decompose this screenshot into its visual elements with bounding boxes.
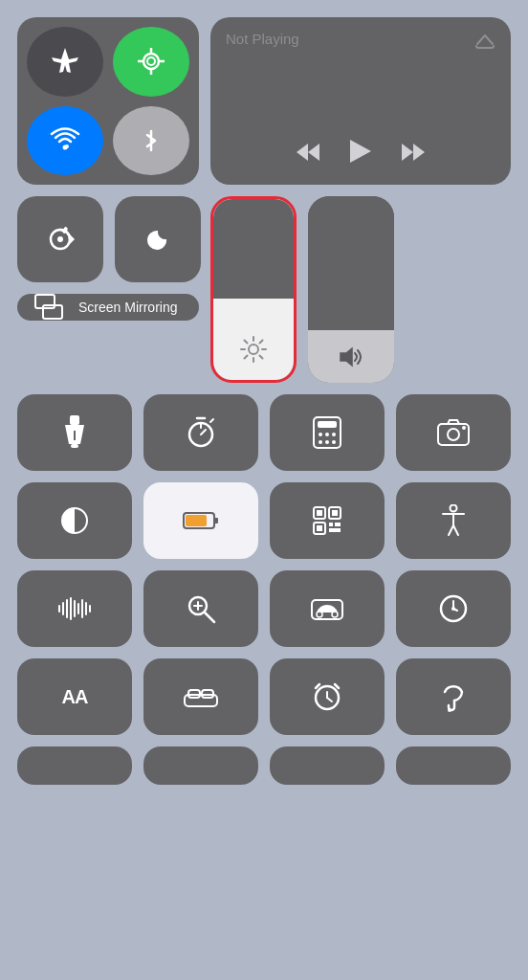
svg-rect-72	[81, 599, 83, 618]
svg-line-65	[453, 525, 458, 535]
svg-marker-13	[70, 234, 75, 244]
svg-line-25	[260, 341, 263, 344]
tile-partial-2	[143, 746, 258, 785]
svg-rect-50	[214, 518, 218, 523]
svg-rect-60	[329, 528, 341, 532]
night-mode-button[interactable]	[115, 196, 201, 282]
row-7-partial	[17, 746, 511, 785]
svg-rect-30	[71, 444, 78, 448]
rewind-button[interactable]	[295, 142, 321, 168]
svg-rect-56	[332, 510, 338, 516]
svg-rect-73	[85, 602, 87, 615]
bluetooth-button[interactable]	[113, 106, 189, 176]
left-col: Screen Mirroring	[17, 196, 199, 321]
svg-line-93	[316, 684, 319, 688]
row-4	[17, 482, 511, 559]
brightness-icon	[240, 336, 267, 363]
sleep-mode-button[interactable]	[143, 658, 258, 735]
play-button[interactable]	[348, 138, 373, 171]
svg-point-95	[448, 708, 451, 712]
rotation-lock-button[interactable]	[17, 196, 103, 282]
text-size-button[interactable]: AA	[17, 658, 132, 735]
svg-line-64	[449, 525, 453, 535]
svg-point-47	[462, 426, 466, 430]
svg-point-6	[63, 145, 68, 149]
svg-point-86	[451, 607, 455, 611]
svg-point-42	[319, 440, 322, 444]
svg-rect-59	[335, 523, 341, 526]
dark-mode-button[interactable]	[17, 482, 132, 559]
row-1: Not Playing	[17, 17, 511, 185]
control-center: Not Playing	[17, 17, 511, 785]
svg-point-61	[451, 505, 457, 512]
voice-memo-button[interactable]	[17, 570, 132, 647]
svg-line-76	[205, 612, 214, 622]
media-controls	[226, 138, 495, 171]
svg-line-94	[335, 684, 339, 688]
svg-rect-58	[329, 523, 333, 526]
svg-marker-9	[350, 140, 371, 163]
screen-mirroring-icon	[34, 294, 67, 321]
fast-forward-button[interactable]	[400, 142, 427, 168]
brightness-track-filled	[213, 199, 294, 299]
volume-slider[interactable]	[308, 196, 394, 383]
media-player: Not Playing	[210, 17, 511, 185]
svg-point-44	[332, 440, 336, 444]
brightness-slider[interactable]	[210, 196, 297, 383]
accessibility-button[interactable]	[396, 482, 511, 559]
carplay-button[interactable]	[270, 570, 385, 647]
row-6: AA	[17, 658, 511, 735]
svg-rect-68	[66, 599, 68, 618]
timer-button[interactable]	[143, 394, 258, 471]
qr-scan-button[interactable]	[270, 482, 385, 559]
svg-rect-69	[70, 597, 72, 620]
svg-rect-67	[62, 602, 64, 615]
volume-track-filled	[308, 196, 394, 330]
clock-button[interactable]	[396, 570, 511, 647]
cellular-button[interactable]	[113, 27, 189, 97]
svg-point-1	[147, 57, 155, 65]
battery-button[interactable]	[143, 482, 258, 559]
svg-marker-7	[297, 144, 308, 161]
airplane-mode-button[interactable]	[27, 27, 103, 97]
svg-point-43	[325, 440, 329, 444]
svg-rect-38	[318, 421, 337, 428]
svg-rect-71	[77, 603, 79, 614]
svg-point-41	[332, 433, 336, 436]
brightness-track-empty	[213, 299, 294, 380]
svg-line-24	[260, 356, 263, 359]
svg-point-14	[57, 236, 63, 242]
camera-button[interactable]	[396, 394, 511, 471]
svg-point-80	[317, 612, 322, 617]
svg-rect-51	[186, 515, 207, 526]
magnifier-button[interactable]	[143, 570, 258, 647]
svg-rect-70	[74, 600, 76, 617]
row-3	[17, 394, 511, 471]
wifi-button[interactable]	[27, 106, 103, 176]
svg-line-92	[327, 698, 332, 702]
svg-rect-82	[323, 607, 331, 612]
text-size-label: AA	[62, 686, 88, 708]
svg-line-34	[201, 430, 206, 434]
media-top: Not Playing	[226, 31, 495, 56]
svg-line-23	[245, 341, 248, 344]
alarm-button[interactable]	[270, 658, 385, 735]
svg-rect-28	[70, 415, 79, 425]
svg-rect-55	[317, 510, 322, 516]
svg-point-0	[143, 54, 159, 69]
media-status: Not Playing	[226, 31, 299, 47]
flashlight-button[interactable]	[17, 394, 132, 471]
hearing-button[interactable]	[396, 658, 511, 735]
volume-icon	[339, 346, 363, 368]
calculator-button[interactable]	[270, 394, 385, 471]
screen-mirroring-button[interactable]: Screen Mirroring	[17, 294, 199, 321]
row-5	[17, 570, 511, 647]
airplay-icon[interactable]	[474, 31, 495, 56]
svg-rect-57	[317, 525, 322, 531]
svg-marker-8	[308, 144, 319, 161]
svg-rect-74	[89, 605, 91, 612]
svg-line-36	[210, 419, 213, 422]
svg-rect-66	[58, 605, 60, 612]
tile-partial-3	[270, 746, 385, 785]
tile-partial-4	[396, 746, 511, 785]
